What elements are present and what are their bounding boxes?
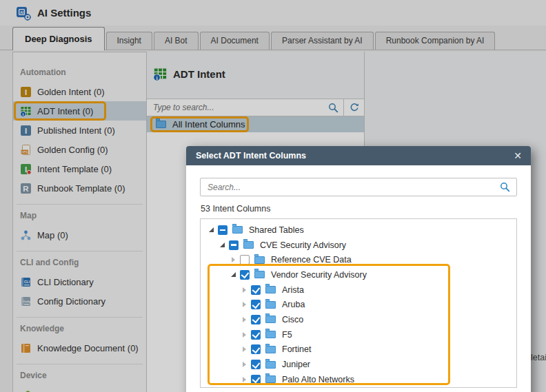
tree-node-cve-security-advisory[interactable]: CVE Security Advisory (201, 238, 516, 253)
collapsed-icon[interactable] (239, 287, 250, 293)
tree-node-reference-cve-data[interactable]: Reference CVE Data (201, 252, 516, 267)
tree-node-label: Juniper (282, 360, 310, 369)
dialog-header: Select ADT Intent Columns ✕ (186, 146, 531, 165)
folder-icon (265, 301, 276, 309)
tree-node-label: CVE Security Advisory (260, 240, 346, 250)
tree-node-label: Vendor Security Advisory (271, 270, 367, 280)
tree-node-label: F5 (282, 330, 292, 340)
folder-icon (265, 361, 276, 369)
tree-node-vendor-security-advisory[interactable]: Vendor Security Advisory (201, 267, 516, 282)
folder-icon (265, 331, 276, 338)
checkbox-indeterminate[interactable] (218, 225, 228, 235)
tree-node-fortinet[interactable]: Fortinet (201, 342, 516, 358)
collapsed-icon[interactable] (239, 347, 250, 352)
tree-node-label: Reference CVE Data (271, 255, 352, 265)
checkbox-checked[interactable] (251, 375, 261, 384)
tree-node-shared-tables[interactable]: Shared Tables (201, 223, 516, 238)
select-adt-intent-columns-dialog: Select ADT Intent Columns ✕ 53 Intent Co… (186, 146, 531, 392)
collapsed-icon[interactable] (239, 302, 250, 307)
tree-node-juniper[interactable]: Juniper (201, 357, 516, 372)
intent-columns-tree: Shared TablesCVE Security AdvisoryRefere… (200, 218, 517, 388)
collapsed-icon[interactable] (239, 317, 250, 322)
tree-node-label: Arista (282, 285, 304, 295)
tree-node-label: Palo Alto Networks (282, 375, 354, 384)
checkbox-checked[interactable] (251, 360, 261, 369)
dialog-search-box (200, 178, 517, 196)
ai-settings-screen: AI AI Settings Deep DiagnosisInsightAI B… (0, 0, 546, 392)
expanded-icon[interactable] (217, 243, 228, 247)
checkbox-checked[interactable] (251, 300, 261, 309)
collapsed-icon[interactable] (228, 257, 239, 262)
close-icon[interactable]: ✕ (514, 151, 522, 161)
collapsed-icon[interactable] (239, 332, 250, 338)
tree-node-label: Shared Tables (249, 225, 304, 235)
expanded-icon[interactable] (228, 272, 239, 277)
tree-node-arista[interactable]: Arista (201, 282, 516, 298)
folder-icon (265, 375, 276, 383)
checkbox-checked[interactable] (251, 285, 261, 295)
tree-node-label: Aruba (282, 300, 305, 309)
checkbox-checked[interactable] (251, 315, 261, 324)
tree-node-palo-alto-networks[interactable]: Palo Alto Networks (201, 372, 516, 387)
checkbox-unchecked[interactable] (240, 255, 250, 265)
tree-node-cisco[interactable]: Cisco (201, 312, 516, 327)
search-icon[interactable] (500, 182, 510, 192)
intent-columns-count: 53 Intent Columns (201, 204, 270, 214)
tree-node-label: Fortinet (282, 344, 311, 354)
folder-icon (265, 346, 276, 353)
tree-node-aruba[interactable]: Aruba (201, 297, 516, 312)
tree-node-label: Cisco (282, 315, 303, 324)
checkbox-checked[interactable] (251, 330, 261, 340)
folder-icon (243, 241, 254, 249)
checkbox-checked[interactable] (240, 270, 250, 280)
checkbox-checked[interactable] (251, 344, 261, 354)
collapsed-icon[interactable] (239, 362, 250, 367)
dialog-body: 53 Intent Columns Shared TablesCVE Secur… (186, 165, 531, 392)
tree-node-f5[interactable]: F5 (201, 327, 516, 342)
checkbox-indeterminate[interactable] (229, 240, 239, 250)
dialog-search-input[interactable] (201, 182, 500, 193)
folder-icon (254, 256, 265, 264)
collapsed-icon[interactable] (239, 377, 250, 382)
folder-icon (232, 226, 243, 234)
folder-icon (265, 286, 276, 293)
expanded-icon[interactable] (206, 227, 216, 232)
dialog-title: Select ADT Intent Columns (196, 151, 306, 161)
folder-icon (265, 316, 276, 323)
folder-icon (254, 271, 265, 278)
